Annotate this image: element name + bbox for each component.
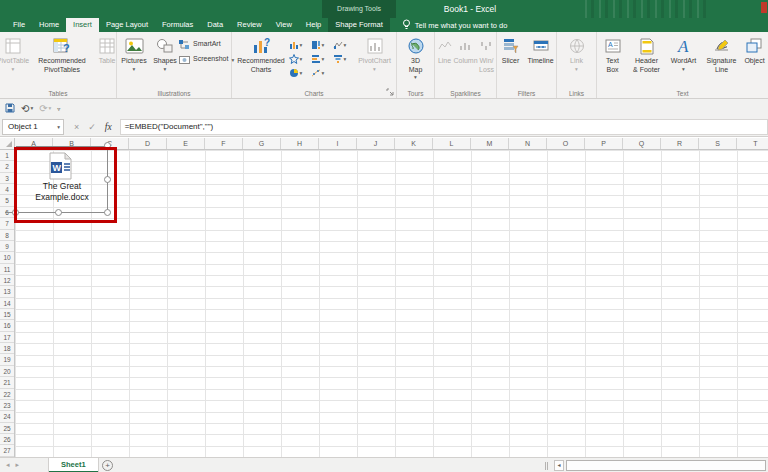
row-header-5[interactable]: 5 — [0, 195, 14, 206]
shapes-button[interactable]: Shapes ▾ — [151, 34, 179, 86]
insert-function-icon[interactable]: fx — [105, 122, 112, 132]
object-button[interactable]: Object — [742, 34, 768, 86]
sparkline-winloss-button[interactable]: Win/ Loss — [477, 34, 497, 86]
column-header-m[interactable]: M — [471, 138, 509, 150]
cancel-entry-icon[interactable]: × — [74, 122, 79, 132]
horizontal-scrollbar-thumb[interactable] — [566, 460, 766, 471]
column-header-q[interactable]: Q — [623, 138, 661, 150]
row-header-16[interactable]: 16 — [0, 320, 14, 331]
column-header-o[interactable]: O — [547, 138, 585, 150]
undo-button[interactable]: ⟲▾ — [21, 103, 33, 114]
row-header-12[interactable]: 12 — [0, 275, 14, 286]
insert-scatter-chart-icon[interactable]: ▾ — [311, 66, 333, 80]
insert-bar-chart-icon[interactable]: ▾ — [311, 52, 333, 66]
column-header-f[interactable]: F — [205, 138, 243, 150]
column-header-i[interactable]: I — [319, 138, 357, 150]
customize-qat-button[interactable]: ▿ — [57, 105, 60, 112]
sheet-tab-sheet1[interactable]: Sheet1 — [48, 458, 99, 472]
column-header-h[interactable]: H — [281, 138, 319, 150]
link-button[interactable]: Link ▾ — [559, 34, 595, 86]
row-header-3[interactable]: 3 — [0, 173, 14, 184]
screenshot-button[interactable]: Screenshot ▾ — [179, 53, 231, 66]
row-header-25[interactable]: 25 — [0, 423, 14, 434]
3d-map-button[interactable]: 3D Map ▾ — [398, 34, 434, 86]
pictures-button[interactable]: Pictures ▾ — [117, 34, 151, 86]
tab-shape-format[interactable]: Shape FormatDrawing Tools — [328, 18, 390, 32]
sheet-cells[interactable] — [15, 150, 768, 457]
tell-me-box[interactable]: Tell me what you want to do — [402, 18, 508, 32]
row-header-10[interactable]: 10 — [0, 252, 14, 263]
confirm-entry-icon[interactable]: ✓ — [88, 122, 96, 132]
name-box-dropdown-icon[interactable]: ▾ — [57, 120, 60, 134]
timeline-button[interactable]: Timeline — [525, 34, 557, 86]
sheet-nav-right-icon[interactable]: ▸ — [16, 461, 26, 468]
recommended-charts-button[interactable]: ? Recommended Charts — [234, 34, 289, 86]
insert-funnel-chart-icon[interactable]: ▾ — [333, 52, 355, 66]
name-box[interactable]: Object 1 ▾ — [2, 119, 64, 135]
row-header-11[interactable]: 11 — [0, 264, 14, 275]
tab-review[interactable]: Review — [230, 18, 269, 32]
column-header-e[interactable]: E — [167, 138, 205, 150]
row-header-2[interactable]: 2 — [0, 161, 14, 172]
row-header-24[interactable]: 24 — [0, 411, 14, 422]
sparkline-line-button[interactable]: Line — [435, 34, 455, 86]
column-header-s[interactable]: S — [699, 138, 737, 150]
sheet-nav-left-icon[interactable]: ◂ — [6, 461, 16, 468]
tab-file[interactable]: File — [6, 18, 32, 32]
row-header-22[interactable]: 22 — [0, 389, 14, 400]
column-header-r[interactable]: R — [661, 138, 699, 150]
column-header-p[interactable]: P — [585, 138, 623, 150]
row-header-27[interactable]: 27 — [0, 445, 14, 456]
tab-page-layout[interactable]: Page Layout — [99, 18, 155, 32]
pivotchart-button[interactable]: PivotChart ▾ — [355, 34, 395, 86]
text-box-button[interactable]: A Text Box — [598, 34, 628, 86]
row-header-13[interactable]: 13 — [0, 286, 14, 297]
column-header-g[interactable]: G — [243, 138, 281, 150]
column-header-d[interactable]: D — [129, 138, 167, 150]
row-header-23[interactable]: 23 — [0, 400, 14, 411]
header-footer-button[interactable]: Header & Footer — [628, 34, 666, 86]
insert-pie-chart-icon[interactable]: ▾ — [289, 66, 311, 80]
scroll-left-icon[interactable]: ◂ — [554, 460, 564, 471]
column-header-n[interactable]: N — [509, 138, 547, 150]
smartart-button[interactable]: SmartArt — [179, 38, 231, 51]
row-header-18[interactable]: 18 — [0, 343, 14, 354]
row-header-7[interactable]: 7 — [0, 218, 14, 229]
tab-home[interactable]: Home — [32, 18, 66, 32]
insert-waterfall-chart-icon[interactable]: ▾ — [333, 38, 355, 52]
row-header-26[interactable]: 26 — [0, 434, 14, 445]
insert-radar-chart-icon[interactable]: ▾ — [289, 52, 311, 66]
slicer-button[interactable]: Slicer — [497, 34, 525, 86]
select-all-corner[interactable] — [0, 138, 15, 150]
row-header-19[interactable]: 19 — [0, 354, 14, 365]
row-header-9[interactable]: 9 — [0, 241, 14, 252]
sparkline-column-button[interactable]: Column — [455, 34, 477, 86]
row-header-21[interactable]: 21 — [0, 377, 14, 388]
column-header-t[interactable]: T — [737, 138, 768, 150]
pivottable-button[interactable]: PivotTable ▾ — [0, 34, 32, 86]
row-header-1[interactable]: 1 — [0, 150, 14, 161]
formula-input[interactable]: =EMBED("Document","") — [120, 119, 768, 135]
row-header-20[interactable]: 20 — [0, 366, 14, 377]
column-header-j[interactable]: J — [357, 138, 395, 150]
column-header-l[interactable]: L — [433, 138, 471, 150]
new-sheet-button[interactable]: + — [102, 460, 113, 471]
redo-button[interactable]: ⟳▾ — [39, 103, 51, 114]
horizontal-scrollbar-splitter[interactable] — [545, 462, 548, 470]
row-header-17[interactable]: 17 — [0, 332, 14, 343]
row-header-15[interactable]: 15 — [0, 309, 14, 320]
row-header-8[interactable]: 8 — [0, 230, 14, 241]
tab-data[interactable]: Data — [200, 18, 230, 32]
row-header-4[interactable]: 4 — [0, 184, 14, 195]
insert-column-chart-icon[interactable]: ▾ — [289, 38, 311, 52]
tab-view[interactable]: View — [269, 18, 299, 32]
column-header-k[interactable]: K — [395, 138, 433, 150]
tab-help[interactable]: Help — [299, 18, 328, 32]
tab-insert[interactable]: Insert — [66, 18, 99, 32]
signature-line-button[interactable]: Signature Line — [702, 34, 742, 86]
save-button[interactable] — [5, 103, 15, 113]
tab-formulas[interactable]: Formulas — [155, 18, 200, 32]
insert-hierarchy-chart-icon[interactable]: ▾ — [311, 38, 333, 52]
recommended-pivottables-button[interactable]: ? Recommended PivotTables — [32, 34, 92, 86]
wordart-button[interactable]: A WordArt ▾ — [666, 34, 702, 86]
